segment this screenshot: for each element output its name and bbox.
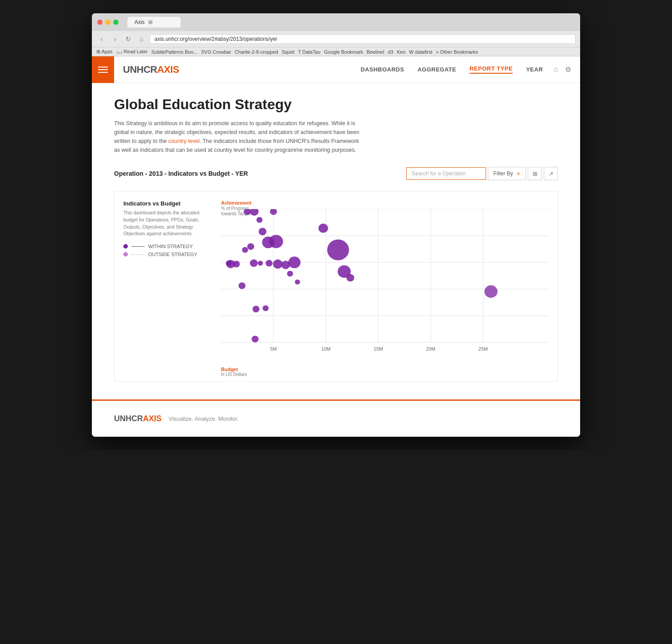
nav-dashboards[interactable]: DASHBOARDS: [360, 66, 404, 73]
svg-point-29: [247, 243, 254, 250]
svg-point-30: [242, 247, 248, 253]
bookmark-beeline[interactable]: BeelineI: [367, 49, 384, 55]
hamburger-line-2: [98, 69, 108, 70]
nav-links: DASHBOARDS AGGREGATE REPORT TYPE YEAR: [360, 65, 543, 74]
svg-point-43: [295, 280, 300, 284]
bookmark-read-later[interactable]: 📖 Read Later: [116, 49, 148, 55]
svg-text:20M: 20M: [426, 346, 435, 352]
page-content: Global Education Strategy This Strategy …: [92, 83, 580, 399]
hamburger-line-3: [98, 72, 108, 73]
tab-label: Axis: [134, 19, 145, 25]
footer-logo-unhcr: UNHCR: [114, 414, 143, 423]
back-button[interactable]: ‹: [96, 34, 107, 44]
bookmark-ken[interactable]: Ken: [397, 49, 406, 55]
svg-point-33: [233, 261, 240, 267]
bookmark-svg[interactable]: SVG Crowbar: [201, 49, 231, 55]
forward-button[interactable]: ›: [110, 34, 120, 44]
bookmark-google[interactable]: Google Bookmark: [324, 49, 363, 55]
grid-icon: ⊞: [533, 170, 538, 177]
svg-point-26: [259, 228, 267, 235]
svg-point-42: [287, 271, 293, 277]
bookmark-datafirst[interactable]: W datafirst: [409, 49, 433, 55]
bookmark-apps[interactable]: ⊞ Apps: [96, 49, 113, 55]
chart-controls: Operation - 2013 - Indicators vs Budget …: [114, 167, 558, 180]
filter-plus-icon: +: [517, 170, 520, 177]
svg-point-47: [346, 274, 354, 281]
svg-point-32: [226, 260, 232, 266]
svg-point-45: [327, 240, 349, 261]
bookmarks-bar: ⊞ Apps 📖 Read Later SubtlePatterns Boo..…: [92, 47, 580, 56]
outside-strategy-dot: [123, 252, 128, 257]
svg-point-22: [244, 209, 251, 215]
home-icon[interactable]: ⌂: [553, 65, 558, 74]
url-text: axis.unhcr.org/overview/2#absy/2013/oper…: [154, 36, 277, 42]
maximize-traffic-light[interactable]: [113, 20, 119, 25]
reload-button[interactable]: ↻: [123, 34, 134, 44]
chart-legend-area: Indicators vs Budget This dashboard depi…: [123, 200, 212, 260]
svg-point-41: [289, 257, 301, 268]
svg-point-39: [253, 306, 260, 312]
svg-point-49: [262, 305, 269, 311]
browser-tab[interactable]: Axis ×: [127, 17, 181, 28]
outside-strategy-line: [131, 254, 145, 255]
bookmark-subtle[interactable]: SubtlePatterns Boo...: [151, 49, 198, 55]
x-axis-main-label: Budget: [221, 367, 238, 372]
hamburger-line-1: [98, 67, 108, 67]
browser-chrome: Axis × ‹ › ↻ ⌂ axis.unhcr.org/overview/2…: [92, 13, 580, 56]
traffic-lights: [97, 20, 119, 25]
page-description: This Strategy is ambitious in its aim to…: [114, 119, 363, 154]
filter-by-button[interactable]: Filter By +: [488, 167, 526, 180]
x-axis-label: Budget in US Dollars: [221, 367, 247, 377]
nav-year[interactable]: YEAR: [526, 66, 543, 73]
svg-text:15M: 15M: [374, 346, 383, 352]
bookmark-d3[interactable]: d3: [388, 49, 393, 55]
tab-bar: Axis ×: [127, 17, 575, 28]
bookmark-charlie[interactable]: Charlie-2-8-cropped: [235, 49, 278, 55]
legend-outside-strategy: OUTSIDE STRATEGY: [123, 252, 212, 257]
chart-subtitle: Operation - 2013 - Indicators vs Budget …: [114, 170, 406, 177]
outside-strategy-label: OUTSIDE STRATEGY: [148, 252, 197, 257]
svg-point-34: [250, 260, 258, 267]
close-traffic-light[interactable]: [97, 20, 103, 25]
grid-view-button[interactable]: ⊞: [528, 167, 542, 180]
footer-logo-axis: AXIS: [143, 414, 162, 423]
nav-icons: ⌂ ⚙: [553, 65, 571, 74]
search-placeholder: Search for a Operation: [412, 170, 466, 177]
svg-point-24: [270, 209, 277, 215]
within-strategy-dot: [123, 244, 128, 249]
nav-report-type[interactable]: REPORT TYPE: [470, 65, 513, 74]
bookmark-squirt[interactable]: Squirt: [282, 49, 295, 55]
page-title: Global Education Strategy: [114, 96, 558, 113]
browser-nav: ‹ › ↻ ⌂ axis.unhcr.org/overview/2#absy/2…: [92, 31, 580, 47]
hamburger-icon: [98, 67, 108, 73]
svg-text:25M: 25M: [478, 346, 488, 352]
within-strategy-line: [131, 246, 145, 247]
settings-icon[interactable]: ⚙: [565, 65, 571, 74]
y-axis-main-label: Achievement: [221, 200, 251, 205]
chart-container: Indicators vs Budget This dashboard depi…: [114, 191, 558, 382]
bookmark-other[interactable]: » Other Bookmarks: [436, 49, 478, 55]
svg-point-35: [258, 261, 263, 265]
menu-button[interactable]: [92, 56, 114, 83]
svg-point-44: [318, 224, 328, 233]
chart-legend-desc: This dashboard depicts the allocated bud…: [123, 209, 212, 237]
search-operation-input[interactable]: Search for a Operation: [406, 167, 486, 180]
svg-point-25: [257, 217, 263, 223]
minimize-traffic-light[interactable]: [105, 20, 111, 25]
bookmark-datatau[interactable]: T DataTau: [298, 49, 320, 55]
logo-unhcr: UNHCR: [123, 64, 157, 75]
svg-point-37: [273, 260, 283, 269]
legend-within-strategy: WITHIN STRATEGY: [123, 244, 212, 249]
footer-tagline: Visualize. Analyze. Monitor.: [169, 415, 239, 422]
page-footer: UNHCRAXIS Visualize. Analyze. Monitor.: [92, 401, 580, 437]
share-button[interactable]: ↗: [544, 167, 558, 180]
nav-aggregate[interactable]: AGGREGATE: [418, 66, 456, 73]
svg-point-38: [238, 282, 245, 289]
address-bar[interactable]: axis.unhcr.org/overview/2#absy/2013/oper…: [150, 34, 576, 44]
x-axis-sub-label: in US Dollars: [221, 372, 247, 377]
chart-svg: 100 80 60 40 20 0 5M 10M 15M 20M 25M: [221, 209, 549, 359]
browser-titlebar: Axis ×: [92, 13, 580, 31]
tab-close-btn[interactable]: ×: [148, 20, 153, 24]
home-button[interactable]: ⌂: [136, 34, 147, 44]
svg-text:10M: 10M: [321, 346, 331, 352]
